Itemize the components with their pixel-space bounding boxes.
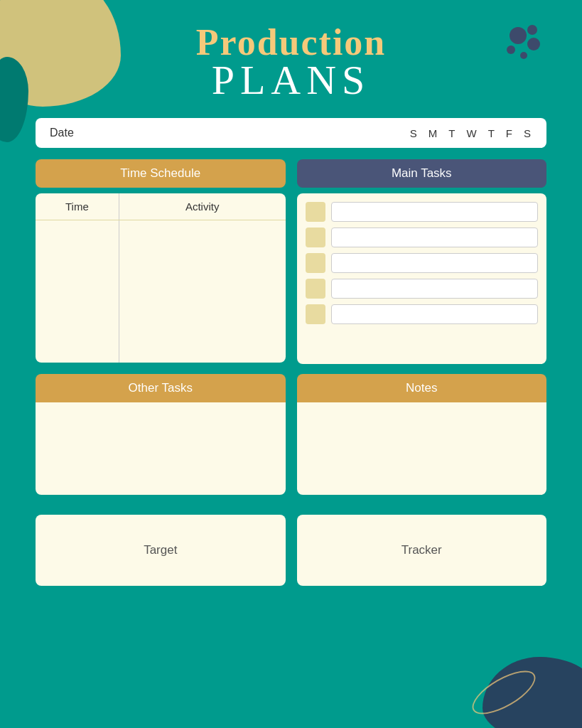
main-tasks-section: Main Tasks — [297, 159, 547, 364]
day-s1: S — [410, 127, 419, 139]
task-checkbox-4[interactable] — [306, 279, 325, 299]
notes-box[interactable] — [297, 402, 547, 495]
task-input-5[interactable] — [331, 304, 539, 324]
bottom-two-col: Target Tracker — [36, 515, 546, 586]
task-checkbox-5[interactable] — [306, 304, 325, 324]
date-label: Date — [50, 127, 74, 139]
activity-column-header: Activity — [119, 193, 286, 220]
task-input-1[interactable] — [331, 202, 539, 222]
time-column-header: Time — [36, 193, 119, 220]
task-checkbox-3[interactable] — [306, 253, 325, 273]
title-plans: PLANS — [0, 56, 582, 104]
middle-two-col: Other Tasks Notes — [36, 374, 546, 505]
time-schedule-section: Time Schedule Time Activity — [36, 159, 286, 364]
target-box[interactable]: Target — [36, 515, 286, 586]
task-checkbox-2[interactable] — [306, 228, 325, 247]
date-bar: Date S M T W T F S — [36, 118, 546, 148]
tracker-section: Tracker — [297, 515, 547, 586]
main-content: Date S M T W T F S Time Schedule Time Ac… — [36, 118, 546, 586]
main-tasks-header: Main Tasks — [297, 159, 547, 188]
day-s2: S — [524, 127, 532, 139]
target-label: Target — [144, 543, 177, 557]
target-section: Target — [36, 515, 286, 586]
day-m: M — [429, 127, 439, 139]
page-header: Production PLANS — [0, 0, 582, 118]
task-row-4 — [306, 279, 539, 299]
day-t1: T — [448, 127, 456, 139]
task-checkbox-1[interactable] — [306, 202, 325, 222]
time-activity-header-row: Time Activity — [36, 193, 286, 220]
time-schedule-box: Time Activity — [36, 193, 286, 363]
task-input-3[interactable] — [331, 253, 539, 273]
task-row-5 — [306, 304, 539, 324]
day-t2: T — [488, 127, 496, 139]
day-w: W — [466, 127, 478, 139]
time-col-body — [36, 220, 119, 363]
day-f: F — [506, 127, 514, 139]
other-tasks-header: Other Tasks — [36, 374, 286, 402]
notes-header: Notes — [297, 374, 547, 402]
tracker-label: Tracker — [402, 543, 442, 557]
time-schedule-body — [36, 220, 286, 363]
task-row-2 — [306, 228, 539, 247]
time-schedule-header: Time Schedule — [36, 159, 286, 188]
other-tasks-section: Other Tasks — [36, 374, 286, 495]
days-row: S M T W T F S — [410, 127, 532, 139]
other-tasks-box[interactable] — [36, 402, 286, 495]
notes-section: Notes — [297, 374, 547, 495]
tracker-box[interactable]: Tracker — [297, 515, 547, 586]
task-input-2[interactable] — [331, 228, 539, 247]
top-two-col: Time Schedule Time Activity Main Tasks — [36, 159, 546, 364]
task-row-3 — [306, 253, 539, 273]
activity-col-body — [119, 220, 286, 363]
task-row-1 — [306, 202, 539, 222]
task-input-4[interactable] — [331, 279, 539, 299]
main-tasks-box — [297, 193, 547, 364]
